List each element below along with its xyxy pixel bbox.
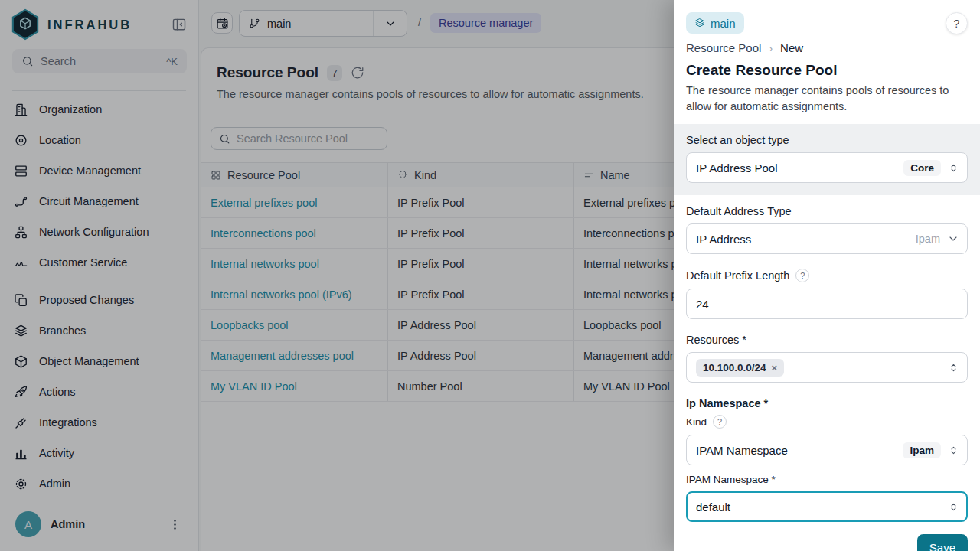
ipam-namespace-label: IPAM Namespace * <box>686 474 968 485</box>
default-address-type-field: Default Address Type IP Address Ipam <box>686 205 968 254</box>
core-badge: Core <box>903 160 941 176</box>
stepper-icon <box>948 445 959 456</box>
chevron-down-icon <box>947 233 959 245</box>
ipam-namespace-value: default <box>696 500 730 514</box>
default-address-type-select[interactable]: IP Address Ipam <box>686 223 968 254</box>
kind-label: Kind ? <box>686 415 968 429</box>
create-resource-pool-drawer: main ? Resource Pool › New Create Resour… <box>674 0 980 551</box>
breadcrumb-current: New <box>780 41 803 54</box>
ipam-badge: Ipam <box>903 442 941 458</box>
object-type-label: Select an object type <box>686 134 968 146</box>
app: INFRAHUB ^K Organization Location <box>0 0 980 551</box>
ip-namespace-label: Ip Namespace * <box>686 397 968 409</box>
object-type-value: IP Address Pool <box>696 161 777 174</box>
save-button[interactable]: Save <box>917 534 968 551</box>
drawer-breadcrumb: Resource Pool › New <box>686 41 968 54</box>
kind-select[interactable]: IPAM Namespace Ipam <box>686 435 968 465</box>
object-type-section: Select an object type IP Address Pool Co… <box>674 124 980 195</box>
kind-value: IPAM Namespace <box>696 444 788 457</box>
breadcrumb-parent[interactable]: Resource Pool <box>686 41 761 54</box>
ipam-hint: Ipam <box>916 233 940 245</box>
default-prefix-length-label: Default Prefix Length ? <box>686 269 968 282</box>
default-prefix-length-field: Default Prefix Length ? 24 <box>686 269 968 319</box>
branch-badge: main <box>686 12 744 34</box>
default-prefix-length-input-box[interactable]: 24 <box>686 289 968 319</box>
drawer-description: The resource manager contains pools of r… <box>686 83 969 115</box>
stepper-icon <box>948 362 959 373</box>
help-icon[interactable]: ? <box>795 269 809 282</box>
resource-chip: 10.100.0.0/24 × <box>696 359 784 377</box>
chevron-right-icon: › <box>769 42 773 54</box>
modal-dim-overlay[interactable] <box>0 0 674 551</box>
ipam-namespace-select[interactable]: default <box>686 491 968 522</box>
chip-remove-icon[interactable]: × <box>772 362 778 373</box>
default-address-type-value: IP Address <box>696 233 751 246</box>
help-button[interactable]: ? <box>946 12 968 34</box>
resources-field: Resources * 10.100.0.0/24 × <box>686 334 968 383</box>
default-prefix-length-value: 24 <box>696 298 709 311</box>
layers-icon <box>694 18 705 28</box>
stepper-icon <box>948 162 959 174</box>
drawer-title: Create Resource Pool <box>686 62 968 79</box>
object-type-select[interactable]: IP Address Pool Core <box>686 152 968 183</box>
stepper-icon <box>948 501 959 513</box>
ip-namespace-section: Ip Namespace * Kind ? IPAM Namespace Ipa… <box>686 397 968 522</box>
default-address-type-label: Default Address Type <box>686 205 968 217</box>
resources-label: Resources * <box>686 334 968 346</box>
resources-multiselect[interactable]: 10.100.0.0/24 × <box>686 352 968 383</box>
resource-chip-label: 10.100.0.0/24 <box>703 362 766 373</box>
branch-badge-label: main <box>710 17 736 30</box>
help-icon[interactable]: ? <box>713 415 727 429</box>
